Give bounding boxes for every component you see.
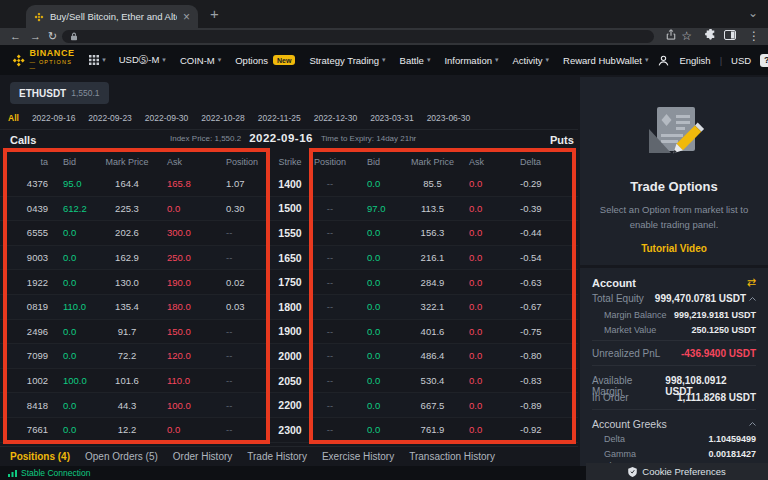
- call-bid-cell[interactable]: 0.0: [52, 252, 97, 263]
- put-delta-cell[interactable]: -0.89: [510, 400, 578, 411]
- put-mark-price-cell[interactable]: 322.1: [400, 301, 465, 312]
- bottom-tab-open-orders-5[interactable]: Open Orders (5): [85, 451, 158, 462]
- put-position-cell[interactable]: --: [310, 227, 350, 238]
- call-ask-cell[interactable]: 120.0: [157, 350, 212, 361]
- put-bid-cell[interactable]: 0.0: [350, 227, 400, 238]
- expiry-tab-2022-09-16[interactable]: 2022-09-16: [32, 113, 75, 123]
- tab-list-chevron-icon[interactable]: ⌄: [748, 6, 758, 20]
- help-icon[interactable]: ?: [760, 54, 768, 67]
- call-bid-cell[interactable]: 0.0: [52, 277, 97, 288]
- put-ask-cell[interactable]: 0.0: [465, 252, 510, 263]
- tutorial-video-link[interactable]: Tutorial Video: [580, 243, 768, 254]
- expiry-tab-2022-11-25[interactable]: 2022-11-25: [258, 113, 301, 123]
- put-ask-cell[interactable]: 0.0: [465, 227, 510, 238]
- bottom-tab-exercise-history[interactable]: Exercise History: [322, 451, 394, 462]
- call-bid-cell[interactable]: 100.0: [52, 375, 97, 386]
- expiry-tab-2022-10-28[interactable]: 2022-10-28: [201, 113, 244, 123]
- put-bid-cell[interactable]: 0.0: [350, 400, 400, 411]
- currency-selector[interactable]: USD: [731, 55, 751, 66]
- call-mark-price-cell[interactable]: 135.4: [97, 301, 157, 312]
- chain-row-strike-2300[interactable]: 76610.012.20.0--2300--0.0761.90.0-0.92: [0, 418, 578, 443]
- put-position-cell[interactable]: --: [310, 350, 350, 361]
- put-delta-cell[interactable]: -0.44: [510, 227, 578, 238]
- call-bid-cell[interactable]: 0.0: [52, 350, 97, 361]
- call-bid-cell[interactable]: 110.0: [52, 301, 97, 312]
- cookie-preferences-button[interactable]: Cookie Preferences: [586, 463, 768, 480]
- put-mark-price-cell[interactable]: 156.3: [400, 227, 465, 238]
- put-ask-cell[interactable]: 0.0: [465, 277, 510, 288]
- call-position-cell[interactable]: --: [212, 252, 270, 263]
- put-position-cell[interactable]: --: [310, 424, 350, 435]
- call-position-cell[interactable]: 0.03: [212, 301, 270, 312]
- put-bid-cell[interactable]: 0.0: [350, 301, 400, 312]
- put-position-cell[interactable]: --: [310, 252, 350, 263]
- put-delta-cell[interactable]: -0.83: [510, 375, 578, 386]
- call-delta-cell[interactable]: 0439: [0, 203, 52, 214]
- put-mark-price-cell[interactable]: 530.4: [400, 375, 465, 386]
- nav-item-options[interactable]: OptionsNew: [235, 55, 295, 66]
- binance-options-logo[interactable]: BINANCE — OPTIONS —: [12, 49, 76, 71]
- total-equity-value[interactable]: 999,470.0781 USDT: [655, 293, 756, 304]
- call-position-cell[interactable]: --: [212, 424, 270, 435]
- call-position-cell[interactable]: --: [212, 350, 270, 361]
- forward-icon[interactable]: →: [30, 28, 41, 45]
- put-position-cell[interactable]: --: [310, 178, 350, 189]
- chain-row-strike-1800[interactable]: 0819110.0135.4180.00.031800--0.0322.10.0…: [0, 295, 578, 320]
- nav-item-coin-m[interactable]: COIN-M▾: [180, 55, 221, 66]
- nav-item-information[interactable]: Information▾: [444, 55, 498, 66]
- call-delta-cell[interactable]: 1002: [0, 375, 52, 386]
- bottom-tab-positions-4[interactable]: Positions (4): [10, 451, 70, 462]
- put-delta-cell[interactable]: -0.63: [510, 277, 578, 288]
- transfer-icon[interactable]: ⇄: [747, 276, 756, 289]
- call-mark-price-cell[interactable]: 164.4: [97, 178, 157, 189]
- call-mark-price-cell[interactable]: 12.2: [97, 424, 157, 435]
- expiry-tab-2023-06-30[interactable]: 2023-06-30: [427, 113, 470, 123]
- call-delta-cell[interactable]: 2496: [0, 326, 52, 337]
- call-mark-price-cell[interactable]: 44.3: [97, 400, 157, 411]
- call-delta-cell[interactable]: 0819: [0, 301, 52, 312]
- nav-item-activity[interactable]: Activity▾: [512, 55, 549, 66]
- call-mark-price-cell[interactable]: 130.0: [97, 277, 157, 288]
- call-ask-cell[interactable]: 250.0: [157, 252, 212, 263]
- chain-row-strike-2050[interactable]: 1002100.0101.6110.0--2050--0.0530.40.0-0…: [0, 369, 578, 394]
- reload-icon[interactable]: ↻: [48, 28, 57, 45]
- browser-menu-dots-icon[interactable]: ⋮: [748, 28, 760, 45]
- call-bid-cell[interactable]: 0.0: [52, 424, 97, 435]
- put-ask-cell[interactable]: 0.0: [465, 326, 510, 337]
- call-ask-cell[interactable]: 150.0: [157, 326, 212, 337]
- tab-close-icon[interactable]: ×: [183, 11, 190, 23]
- put-ask-cell[interactable]: 0.0: [465, 350, 510, 361]
- put-position-cell[interactable]: --: [310, 203, 350, 214]
- call-bid-cell[interactable]: 0.0: [52, 326, 97, 337]
- call-mark-price-cell[interactable]: 225.3: [97, 203, 157, 214]
- call-ask-cell[interactable]: 165.8: [157, 178, 212, 189]
- wallet-menu[interactable]: Wallet ▾: [616, 55, 649, 66]
- put-bid-cell[interactable]: 0.0: [350, 424, 400, 435]
- put-delta-cell[interactable]: -0.39: [510, 203, 578, 214]
- call-bid-cell[interactable]: 0.0: [52, 400, 97, 411]
- put-position-cell[interactable]: --: [310, 301, 350, 312]
- put-bid-cell[interactable]: 0.0: [350, 277, 400, 288]
- put-ask-cell[interactable]: 0.0: [465, 400, 510, 411]
- call-bid-cell[interactable]: 612.2: [52, 203, 97, 214]
- call-ask-cell[interactable]: 190.0: [157, 277, 212, 288]
- call-position-cell[interactable]: --: [212, 227, 270, 238]
- put-position-cell[interactable]: --: [310, 277, 350, 288]
- call-mark-price-cell[interactable]: 72.2: [97, 350, 157, 361]
- put-bid-cell[interactable]: 0.0: [350, 326, 400, 337]
- call-position-cell[interactable]: 1.07: [212, 178, 270, 189]
- call-delta-cell[interactable]: 9003: [0, 252, 52, 263]
- apps-grid-button[interactable]: ▾: [89, 55, 106, 65]
- chain-row-strike-1500[interactable]: 0439612.2225.30.00.301500--97.0113.50.0-…: [0, 197, 578, 222]
- nav-item-reward-hub[interactable]: Reward Hub: [563, 55, 616, 66]
- call-position-cell[interactable]: --: [212, 375, 270, 386]
- call-delta-cell[interactable]: 7661: [0, 424, 52, 435]
- put-mark-price-cell[interactable]: 284.9: [400, 277, 465, 288]
- call-delta-cell[interactable]: 8418: [0, 400, 52, 411]
- browser-tab[interactable]: Buy/Sell Bitcoin, Ether and Altc ×: [26, 5, 198, 28]
- expiry-tab-2022-09-23[interactable]: 2022-09-23: [88, 113, 131, 123]
- put-mark-price-cell[interactable]: 113.5: [400, 203, 465, 214]
- put-position-cell[interactable]: --: [310, 400, 350, 411]
- call-position-cell[interactable]: 0.02: [212, 277, 270, 288]
- collapse-chevron-icon[interactable]: [749, 422, 756, 426]
